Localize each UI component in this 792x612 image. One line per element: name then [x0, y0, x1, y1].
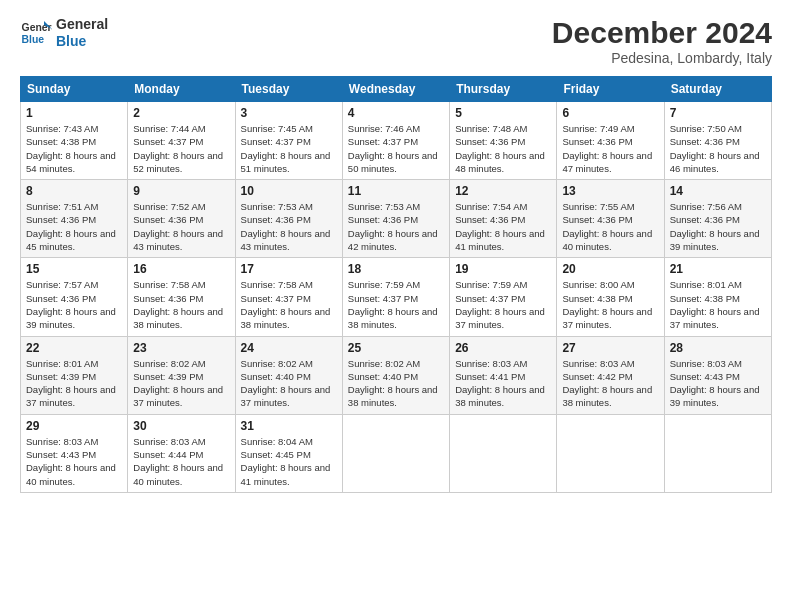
day-info: Sunrise: 7:56 AM Sunset: 4:36 PM Dayligh… [670, 200, 766, 253]
day-info: Sunrise: 7:58 AM Sunset: 4:36 PM Dayligh… [133, 278, 229, 331]
calendar-header-row: Sunday Monday Tuesday Wednesday Thursday… [21, 77, 772, 102]
table-row: 9 Sunrise: 7:52 AM Sunset: 4:36 PM Dayli… [128, 180, 235, 258]
day-number: 29 [26, 419, 122, 433]
day-info: Sunrise: 7:59 AM Sunset: 4:37 PM Dayligh… [455, 278, 551, 331]
header: General Blue General Blue December 2024 … [20, 16, 772, 66]
day-info: Sunrise: 8:01 AM Sunset: 4:38 PM Dayligh… [670, 278, 766, 331]
day-number: 10 [241, 184, 337, 198]
svg-text:General: General [22, 22, 52, 33]
col-saturday: Saturday [664, 77, 771, 102]
day-number: 26 [455, 341, 551, 355]
day-number: 31 [241, 419, 337, 433]
table-row: 21 Sunrise: 8:01 AM Sunset: 4:38 PM Dayl… [664, 258, 771, 336]
col-sunday: Sunday [21, 77, 128, 102]
table-row: 14 Sunrise: 7:56 AM Sunset: 4:36 PM Dayl… [664, 180, 771, 258]
table-row: 26 Sunrise: 8:03 AM Sunset: 4:41 PM Dayl… [450, 336, 557, 414]
day-info: Sunrise: 7:58 AM Sunset: 4:37 PM Dayligh… [241, 278, 337, 331]
table-row: 23 Sunrise: 8:02 AM Sunset: 4:39 PM Dayl… [128, 336, 235, 414]
table-row: 12 Sunrise: 7:54 AM Sunset: 4:36 PM Dayl… [450, 180, 557, 258]
table-row: 7 Sunrise: 7:50 AM Sunset: 4:36 PM Dayli… [664, 102, 771, 180]
day-info: Sunrise: 7:57 AM Sunset: 4:36 PM Dayligh… [26, 278, 122, 331]
table-row: 17 Sunrise: 7:58 AM Sunset: 4:37 PM Dayl… [235, 258, 342, 336]
table-row: 15 Sunrise: 7:57 AM Sunset: 4:36 PM Dayl… [21, 258, 128, 336]
col-tuesday: Tuesday [235, 77, 342, 102]
table-row: 11 Sunrise: 7:53 AM Sunset: 4:36 PM Dayl… [342, 180, 449, 258]
table-row [342, 414, 449, 492]
day-info: Sunrise: 7:52 AM Sunset: 4:36 PM Dayligh… [133, 200, 229, 253]
day-number: 22 [26, 341, 122, 355]
day-info: Sunrise: 8:00 AM Sunset: 4:38 PM Dayligh… [562, 278, 658, 331]
table-row: 30 Sunrise: 8:03 AM Sunset: 4:44 PM Dayl… [128, 414, 235, 492]
day-number: 6 [562, 106, 658, 120]
location-subtitle: Pedesina, Lombardy, Italy [552, 50, 772, 66]
table-row: 6 Sunrise: 7:49 AM Sunset: 4:36 PM Dayli… [557, 102, 664, 180]
table-row: 2 Sunrise: 7:44 AM Sunset: 4:37 PM Dayli… [128, 102, 235, 180]
day-number: 27 [562, 341, 658, 355]
table-row: 3 Sunrise: 7:45 AM Sunset: 4:37 PM Dayli… [235, 102, 342, 180]
day-number: 4 [348, 106, 444, 120]
day-info: Sunrise: 8:03 AM Sunset: 4:42 PM Dayligh… [562, 357, 658, 410]
day-number: 18 [348, 262, 444, 276]
table-row: 24 Sunrise: 8:02 AM Sunset: 4:40 PM Dayl… [235, 336, 342, 414]
day-info: Sunrise: 7:48 AM Sunset: 4:36 PM Dayligh… [455, 122, 551, 175]
table-row: 29 Sunrise: 8:03 AM Sunset: 4:43 PM Dayl… [21, 414, 128, 492]
day-info: Sunrise: 7:53 AM Sunset: 4:36 PM Dayligh… [348, 200, 444, 253]
day-info: Sunrise: 7:51 AM Sunset: 4:36 PM Dayligh… [26, 200, 122, 253]
day-info: Sunrise: 8:03 AM Sunset: 4:43 PM Dayligh… [26, 435, 122, 488]
day-number: 23 [133, 341, 229, 355]
day-info: Sunrise: 8:04 AM Sunset: 4:45 PM Dayligh… [241, 435, 337, 488]
title-block: December 2024 Pedesina, Lombardy, Italy [552, 16, 772, 66]
day-number: 19 [455, 262, 551, 276]
page: General Blue General Blue December 2024 … [0, 0, 792, 612]
day-info: Sunrise: 8:03 AM Sunset: 4:41 PM Dayligh… [455, 357, 551, 410]
day-info: Sunrise: 7:45 AM Sunset: 4:37 PM Dayligh… [241, 122, 337, 175]
table-row: 18 Sunrise: 7:59 AM Sunset: 4:37 PM Dayl… [342, 258, 449, 336]
table-row: 25 Sunrise: 8:02 AM Sunset: 4:40 PM Dayl… [342, 336, 449, 414]
day-number: 17 [241, 262, 337, 276]
day-number: 5 [455, 106, 551, 120]
table-row: 20 Sunrise: 8:00 AM Sunset: 4:38 PM Dayl… [557, 258, 664, 336]
day-number: 13 [562, 184, 658, 198]
col-wednesday: Wednesday [342, 77, 449, 102]
calendar-table: Sunday Monday Tuesday Wednesday Thursday… [20, 76, 772, 493]
day-number: 2 [133, 106, 229, 120]
col-thursday: Thursday [450, 77, 557, 102]
day-number: 15 [26, 262, 122, 276]
logo-line1: General [56, 16, 108, 33]
table-row [664, 414, 771, 492]
day-number: 21 [670, 262, 766, 276]
day-info: Sunrise: 7:49 AM Sunset: 4:36 PM Dayligh… [562, 122, 658, 175]
month-title: December 2024 [552, 16, 772, 50]
table-row [557, 414, 664, 492]
table-row [450, 414, 557, 492]
table-row: 19 Sunrise: 7:59 AM Sunset: 4:37 PM Dayl… [450, 258, 557, 336]
day-number: 30 [133, 419, 229, 433]
day-number: 24 [241, 341, 337, 355]
day-number: 20 [562, 262, 658, 276]
day-info: Sunrise: 7:43 AM Sunset: 4:38 PM Dayligh… [26, 122, 122, 175]
table-row: 22 Sunrise: 8:01 AM Sunset: 4:39 PM Dayl… [21, 336, 128, 414]
day-info: Sunrise: 8:01 AM Sunset: 4:39 PM Dayligh… [26, 357, 122, 410]
table-row: 31 Sunrise: 8:04 AM Sunset: 4:45 PM Dayl… [235, 414, 342, 492]
day-number: 14 [670, 184, 766, 198]
day-number: 12 [455, 184, 551, 198]
day-number: 9 [133, 184, 229, 198]
day-info: Sunrise: 7:44 AM Sunset: 4:37 PM Dayligh… [133, 122, 229, 175]
col-monday: Monday [128, 77, 235, 102]
table-row: 10 Sunrise: 7:53 AM Sunset: 4:36 PM Dayl… [235, 180, 342, 258]
day-info: Sunrise: 7:53 AM Sunset: 4:36 PM Dayligh… [241, 200, 337, 253]
day-info: Sunrise: 7:55 AM Sunset: 4:36 PM Dayligh… [562, 200, 658, 253]
table-row: 27 Sunrise: 8:03 AM Sunset: 4:42 PM Dayl… [557, 336, 664, 414]
day-info: Sunrise: 8:03 AM Sunset: 4:43 PM Dayligh… [670, 357, 766, 410]
day-info: Sunrise: 7:54 AM Sunset: 4:36 PM Dayligh… [455, 200, 551, 253]
logo-line2: Blue [56, 33, 108, 50]
col-friday: Friday [557, 77, 664, 102]
day-info: Sunrise: 7:50 AM Sunset: 4:36 PM Dayligh… [670, 122, 766, 175]
day-info: Sunrise: 7:59 AM Sunset: 4:37 PM Dayligh… [348, 278, 444, 331]
day-number: 16 [133, 262, 229, 276]
table-row: 16 Sunrise: 7:58 AM Sunset: 4:36 PM Dayl… [128, 258, 235, 336]
table-row: 8 Sunrise: 7:51 AM Sunset: 4:36 PM Dayli… [21, 180, 128, 258]
svg-text:Blue: Blue [22, 33, 45, 44]
day-info: Sunrise: 8:02 AM Sunset: 4:40 PM Dayligh… [348, 357, 444, 410]
table-row: 28 Sunrise: 8:03 AM Sunset: 4:43 PM Dayl… [664, 336, 771, 414]
